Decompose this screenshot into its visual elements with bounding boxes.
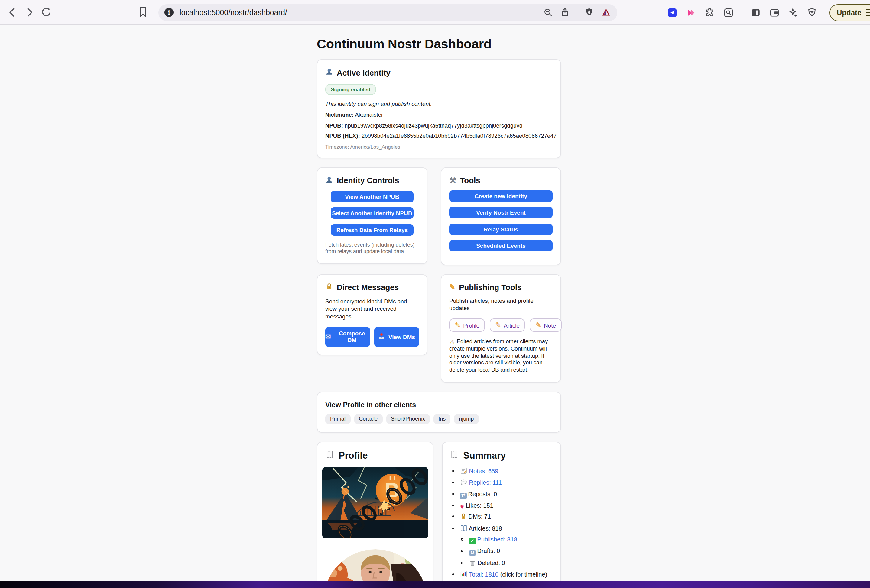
receipt-icon — [450, 450, 459, 462]
publishing-warning: ⚠Edited articles from other clients may … — [449, 338, 553, 374]
pencil-icon: ✎ — [449, 283, 455, 291]
memo-icon — [460, 467, 467, 476]
active-identity-card: Active Identity Signing enabled This ide… — [317, 59, 561, 158]
summary-item-replies: Replies: 111 — [460, 479, 553, 487]
inbox-icon — [378, 333, 386, 341]
summary-item-deleted: Deleted: 0 — [469, 559, 553, 567]
extension-pink-icon[interactable] — [685, 7, 696, 18]
find-in-page-icon[interactable] — [723, 7, 734, 18]
share-icon[interactable] — [560, 7, 570, 18]
summary-item-articles: Articles: 818 ✓ Published: 818 ↻ Drafts:… — [460, 524, 553, 567]
warning-icon: ⚠ — [449, 339, 455, 345]
client-link-njump[interactable]: njump — [454, 414, 478, 424]
browser-window: i localhost:5000/nostr/dashboard/ — [0, 0, 870, 588]
reload-icon[interactable] — [40, 6, 53, 19]
identity-controls-card: Identity Controls View Another NPUB Sele… — [317, 167, 428, 264]
profile-heading: Profile — [338, 451, 368, 461]
cycle-icon: ↻ — [469, 549, 475, 556]
address-bar[interactable]: i localhost:5000/nostr/dashboard/ — [158, 4, 617, 21]
articles-breakdown-list: ✓ Published: 818 ↻ Drafts: 0 Deleted: 0 — [460, 536, 553, 567]
leo-ai-sparkles-icon[interactable] — [788, 7, 798, 18]
site-info-icon[interactable]: i — [164, 8, 174, 17]
client-link-coracle[interactable]: Coracle — [354, 414, 382, 424]
pencil-icon: ✎ — [535, 322, 541, 329]
update-button[interactable]: Update — [830, 4, 870, 21]
brave-rewards-icon[interactable] — [601, 7, 611, 18]
browser-toolbar: i localhost:5000/nostr/dashboard/ — [0, 0, 870, 25]
brave-shields-icon[interactable] — [584, 7, 594, 18]
wallet-icon[interactable] — [769, 7, 780, 18]
view-dms-button[interactable]: View DMs — [374, 327, 419, 347]
summary-item-drafts: ↻ Drafts: 0 — [469, 548, 553, 556]
sidebar-icon[interactable] — [750, 7, 761, 18]
extensions-puzzle-icon[interactable] — [704, 7, 715, 18]
pencil-icon: ✎ — [495, 322, 501, 329]
desktop-wallpaper-strip — [0, 581, 870, 588]
update-label: Update — [837, 8, 861, 16]
menu-icon[interactable] — [866, 9, 870, 16]
tools-heading: Tools — [460, 176, 480, 185]
replies-link[interactable]: Replies: 111 — [469, 479, 502, 486]
client-link-iris[interactable]: Iris — [434, 414, 450, 424]
bookmark-icon[interactable] — [137, 6, 149, 18]
receipt-icon — [325, 450, 334, 462]
summary-heading: Summary — [463, 451, 506, 461]
summary-item-reposts: ⇄ Reposts: 0 — [460, 491, 553, 499]
check-icon: ✓ — [469, 538, 475, 545]
tools-card: ⚒ Tools Create new identity Verify Nostr… — [441, 167, 561, 265]
dm-description: Send encrypted kind:4 DMs and view your … — [325, 298, 419, 321]
nickname-row: Nickname: Akamaister — [325, 112, 553, 118]
notes-link[interactable]: Notes: 659 — [469, 468, 499, 474]
refresh-note: Fetch latest events (including deletes) … — [325, 241, 419, 256]
vpn-shield-icon[interactable] — [806, 7, 817, 18]
create-identity-button[interactable]: Create new identity — [449, 190, 553, 201]
extension-blue-icon[interactable] — [667, 7, 678, 18]
other-clients-heading: View Profile in other clients — [325, 401, 553, 408]
total-suffix: (click for timeline) — [500, 571, 547, 578]
zoom-out-icon[interactable] — [543, 7, 553, 18]
publish-article-button[interactable]: ✎ Article — [490, 319, 525, 332]
toolbar-divider — [742, 7, 742, 18]
publishing-description: Publish articles, notes and profile upda… — [449, 297, 553, 313]
url-text[interactable]: localhost:5000/nostr/dashboard/ — [180, 8, 543, 16]
active-identity-heading: Active Identity — [337, 68, 390, 77]
compose-dm-button[interactable]: ✉ Compose DM — [325, 327, 370, 347]
toolbar-divider — [577, 7, 577, 17]
repeat-icon: ⇄ — [460, 493, 466, 499]
identity-description: This identity can sign and publish conte… — [325, 100, 553, 107]
publish-profile-button[interactable]: ✎ Profile — [449, 319, 485, 332]
book-icon — [460, 524, 467, 533]
verify-event-button[interactable]: Verify Nostr Event — [449, 207, 553, 218]
published-link[interactable]: Published: 818 — [477, 536, 517, 543]
forward-icon[interactable] — [23, 6, 36, 19]
direct-messages-heading: Direct Messages — [337, 283, 399, 292]
summary-card: Summary Notes: 659 Replies: 111 ⇄ — [442, 442, 561, 588]
timezone-text: Timezone: America/Los_Angeles — [325, 143, 553, 150]
page-content: Continuum Nostr Dashboard Active Identit… — [0, 25, 870, 588]
relay-status-button[interactable]: Relay Status — [449, 223, 553, 235]
back-icon[interactable] — [6, 6, 19, 19]
scheduled-events-button[interactable]: Scheduled Events — [449, 240, 553, 252]
summary-item-notes: Notes: 659 — [460, 467, 553, 476]
publish-note-button[interactable]: ✎ Note — [530, 319, 562, 332]
profile-banner-image: B — [322, 467, 428, 539]
summary-item-likes: ♥ Likes: 151 — [460, 502, 553, 510]
speech-icon — [460, 479, 467, 487]
page-title: Continuum Nostr Dashboard — [317, 37, 561, 52]
publishing-heading: Publishing Tools — [459, 283, 522, 292]
client-link-snort-phoenix[interactable]: Snort/Phoenix — [386, 414, 430, 424]
summary-item-published: ✓ Published: 818 — [469, 536, 553, 545]
select-another-identity-button[interactable]: Select Another Identity NPUB — [331, 207, 414, 219]
refresh-data-button[interactable]: Refresh Data From Relays — [331, 224, 414, 235]
chart-icon — [460, 570, 467, 579]
npub-row: NPUB: npub19wvckp8z58lxs4djuz43pwujka6tt… — [325, 122, 553, 128]
lock-icon — [460, 513, 467, 521]
client-link-primal[interactable]: Primal — [325, 414, 350, 424]
identity-controls-heading: Identity Controls — [337, 176, 399, 185]
total-link[interactable]: Total: 1810 — [469, 571, 499, 578]
publishing-tools-card: ✎ Publishing Tools Publish articles, not… — [441, 274, 561, 383]
other-clients-card: View Profile in other clients Primal Cor… — [317, 392, 561, 433]
direct-messages-card: Direct Messages Send encrypted kind:4 DM… — [317, 274, 428, 355]
npub-hex-row: NPUB (HEX): 2b998b04e2a1fe6855b2e0ab10bb… — [325, 133, 553, 139]
view-another-npub-button[interactable]: View Another NPUB — [331, 191, 414, 202]
